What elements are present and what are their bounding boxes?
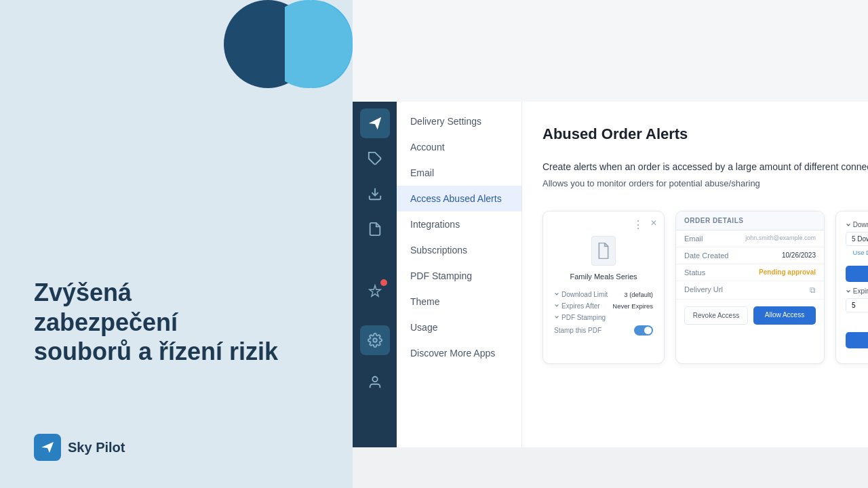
decorative-shapes bbox=[217, 0, 353, 108]
nav-access-abused-alerts[interactable]: Access Abused Alerts bbox=[397, 186, 521, 211]
chevron-down-icon2 bbox=[554, 303, 559, 308]
sidebar-icon-tag[interactable] bbox=[360, 144, 390, 174]
close-icon[interactable]: ✕ bbox=[650, 218, 657, 228]
svg-point-5 bbox=[372, 377, 377, 382]
content-area: Abused Order Alerts Save Create alerts w… bbox=[522, 102, 868, 447]
logo-text: Sky Pilot bbox=[68, 440, 125, 455]
never-expires-link[interactable]: Never Expires bbox=[846, 315, 868, 323]
delivery-row: Delivery Url ⧉ bbox=[676, 281, 824, 300]
svg-marker-0 bbox=[41, 442, 54, 453]
order-details-header: ORDER DETAILS bbox=[676, 211, 824, 230]
logo-icon bbox=[34, 434, 61, 461]
date-value: 10/26/2023 bbox=[782, 251, 816, 260]
download-limit-input[interactable] bbox=[846, 232, 868, 246]
sidebar-icon-download[interactable] bbox=[360, 179, 390, 209]
sidebar bbox=[353, 102, 397, 447]
nav-email[interactable]: Email bbox=[397, 160, 521, 186]
email-row: Email john.smith@example.com bbox=[676, 230, 824, 247]
heading-line1: Zvýšená bbox=[34, 279, 132, 306]
nav-usage[interactable]: Usage bbox=[397, 314, 521, 340]
tag-icon bbox=[368, 151, 382, 166]
card-pdf-stamping-row: PDF Stamping bbox=[554, 312, 653, 323]
allow-access-button[interactable]: Allow Access bbox=[753, 306, 816, 325]
card-expires-row: Expires After Never Expires bbox=[554, 300, 653, 312]
expires-label: Expires After bbox=[554, 302, 600, 310]
sidebar-icon-sparkles[interactable] bbox=[360, 277, 390, 306]
nav-theme[interactable]: Theme bbox=[397, 289, 521, 314]
download-icon bbox=[368, 186, 382, 201]
chevron-down-icon5 bbox=[846, 289, 851, 294]
pdf-stamping-label: PDF Stamping bbox=[554, 314, 606, 321]
days-input-group: Days bbox=[846, 298, 868, 312]
preview-area: ⋮ ✕ Family Meals Series D bbox=[542, 211, 868, 364]
notification-badge bbox=[380, 279, 387, 286]
dl-limit-header: Download Limit 3 (default) bbox=[846, 221, 868, 228]
order-card: ⋮ ✕ Family Meals Series D bbox=[542, 211, 665, 364]
chevron-down-icon4 bbox=[846, 222, 851, 228]
logo-area: Sky Pilot bbox=[34, 434, 125, 461]
card-stamp-pdf-row: Stamp this PDF bbox=[554, 323, 653, 338]
stamp-pdf-label: Stamp this PDF bbox=[554, 327, 601, 334]
download-limit-section: Download Limit 3 (default) Use Default D… bbox=[846, 221, 868, 256]
revoke-access-button[interactable]: Revoke Access bbox=[684, 306, 748, 325]
download-limit-label: Download Limit bbox=[554, 291, 608, 298]
left-panel: Zvýšená zabezpečení souborů a řízení riz… bbox=[0, 0, 353, 488]
content-header: Abused Order Alerts Save bbox=[542, 122, 868, 146]
stamp-pdf-toggle[interactable] bbox=[634, 325, 653, 336]
card-actions: Revoke Access Allow Access bbox=[676, 300, 824, 331]
sidebar-icon-person[interactable] bbox=[360, 367, 390, 397]
email-label: Email bbox=[684, 235, 703, 243]
nav-menu: Delivery Settings Account Email Access A… bbox=[397, 102, 522, 447]
chevron-down-icon3 bbox=[554, 314, 559, 320]
svg-point-4 bbox=[373, 338, 377, 342]
nav-pdf-stamping[interactable]: PDF Stamping bbox=[397, 263, 521, 289]
page-title: Abused Order Alerts bbox=[542, 125, 688, 143]
right-panel: Delivery Settings Account Email Access A… bbox=[353, 0, 868, 488]
document-icon bbox=[597, 243, 610, 259]
sidebar-icon-gear[interactable] bbox=[360, 325, 390, 355]
download-settings-card: Download Limit 3 (default) Use Default D… bbox=[835, 211, 868, 364]
order-details-card: ORDER DETAILS Email john.smith@example.c… bbox=[675, 211, 825, 364]
top-spacer bbox=[353, 0, 868, 102]
content-description: Create alerts when an order is accessed … bbox=[542, 160, 868, 190]
file-thumbnail-icon bbox=[591, 236, 616, 266]
expires-header: Expires After Never Expires bbox=[846, 287, 868, 295]
status-badge: Pending approval bbox=[759, 268, 816, 277]
sidebar-icon-paper-plane[interactable] bbox=[360, 108, 390, 138]
chevron-down-icon bbox=[554, 291, 559, 297]
date-row: Date Created 10/26/2023 bbox=[676, 247, 824, 264]
copy-icon[interactable]: ⧉ bbox=[810, 285, 816, 295]
hero-text: Zvýšená zabezpečení souborů a řízení riz… bbox=[34, 278, 278, 366]
nav-account[interactable]: Account bbox=[397, 134, 521, 160]
nav-discover-more-apps[interactable]: Discover More Apps bbox=[397, 340, 521, 366]
email-value: john.smith@example.com bbox=[745, 235, 816, 243]
status-row: Status Pending approval bbox=[676, 264, 824, 281]
date-label: Date Created bbox=[684, 251, 728, 260]
desc-line1: Create alerts when an order is accessed … bbox=[542, 160, 868, 174]
save-button-card3-2[interactable]: Save bbox=[846, 332, 868, 348]
heading-line2: zabezpečení bbox=[34, 308, 178, 336]
nav-integrations[interactable]: Integrations bbox=[397, 211, 521, 237]
app-area: Delivery Settings Account Email Access A… bbox=[353, 102, 868, 488]
dl-limit-label: Download Limit bbox=[846, 221, 868, 228]
expires-section: Expires After Never Expires Days Never E… bbox=[846, 287, 868, 323]
delivery-label: Delivery Url bbox=[684, 285, 723, 295]
use-default-limit-link[interactable]: Use Default Download Limit(3) bbox=[846, 249, 868, 256]
card-product-title: Family Meals Series bbox=[554, 272, 653, 281]
file-icon bbox=[368, 222, 382, 237]
nav-delivery-settings[interactable]: Delivery Settings bbox=[397, 108, 521, 134]
skypilot-logo-icon bbox=[39, 439, 56, 455]
nav-subscriptions[interactable]: Subscriptions bbox=[397, 237, 521, 263]
days-input[interactable] bbox=[846, 299, 868, 312]
card-download-limit-row: Download Limit 3 (default) bbox=[554, 289, 653, 300]
gear-icon bbox=[368, 333, 382, 348]
download-limit-value: 3 (default) bbox=[624, 291, 653, 298]
expires-label2: Expires After bbox=[846, 287, 868, 295]
sidebar-icon-file[interactable] bbox=[360, 214, 390, 244]
expires-value: Never Expires bbox=[612, 302, 653, 310]
heading-line3: souborů a řízení rizik bbox=[34, 338, 278, 365]
dots-menu-icon[interactable]: ⋮ bbox=[633, 218, 644, 231]
main-content: Delivery Settings Account Email Access A… bbox=[397, 102, 868, 447]
paper-plane-icon bbox=[368, 116, 382, 131]
save-button-card3[interactable]: Save bbox=[846, 266, 868, 282]
